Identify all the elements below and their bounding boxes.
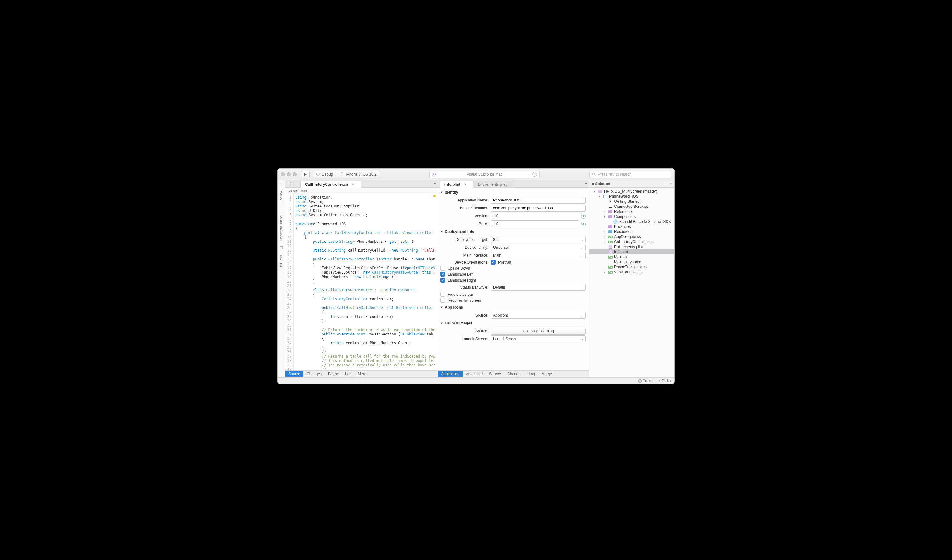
rail-tab-toolbox[interactable]: Toolbox <box>280 189 283 204</box>
plist-pane: Info.plist × Entitlements.plist ▾ ▼Ident… <box>438 180 589 378</box>
editor-tabs: 〈 〉 CallHistoryController.cs × ▾ <box>285 180 437 188</box>
section-deployment[interactable]: ▼Deployment Info <box>440 228 586 235</box>
tree-main-cs[interactable]: Main.cs <box>589 255 674 259</box>
tree-main-storyboard[interactable]: Main.storyboard <box>589 259 674 265</box>
solution-tree: ▾Hello.iOS_MultiScreen (master) ▾Phonewo… <box>589 188 674 378</box>
tree-connected-services[interactable]: ☁︎Connected Services <box>589 204 674 209</box>
tree-references[interactable]: ▸References <box>589 209 674 214</box>
solution-pane: ■ Solution ▢× ▾Hello.iOS_MultiScreen (ma… <box>589 180 674 378</box>
scheme-selector[interactable]: Debug 〉 iPhone 7 iOS 10.2 <box>313 171 380 178</box>
footer-tab-application[interactable]: Application <box>438 371 463 378</box>
label-dep-target: Deployment Target: <box>440 238 491 242</box>
footer-tab-blame[interactable]: Blame <box>325 371 342 378</box>
select-launch-screen[interactable]: LaunchScreen⌄ <box>491 335 586 342</box>
button-use-asset-catalog[interactable]: Use Asset Catalog <box>491 328 586 335</box>
tree-appdelegate[interactable]: ▸AppDelegate.cs <box>589 234 674 239</box>
status-tasks[interactable]: Tasks <box>658 379 671 383</box>
info-icon[interactable]: i <box>532 172 537 177</box>
info-icon[interactable]: i <box>581 214 586 219</box>
project-node[interactable]: ▾Phoneword_iOS <box>589 194 674 199</box>
tree-scandit[interactable]: Scandit Barcode Scanner SDK <box>589 219 674 224</box>
label-orientations: Device Orientations: <box>440 260 491 265</box>
select-main-interface[interactable]: Main⌄ <box>491 252 586 259</box>
nav-forward[interactable]: 〉 <box>292 181 297 187</box>
footer-tab-merge[interactable]: Merge <box>355 371 372 378</box>
window-minimize[interactable] <box>287 173 291 176</box>
footer-tab-changes[interactable]: Changes <box>303 371 325 378</box>
select-dep-target[interactable]: 8.1⌄ <box>491 236 586 243</box>
pad-close-icon[interactable]: × <box>670 182 672 186</box>
plist-footer-tabs: Application Advanced Source Changes Log … <box>438 370 589 378</box>
footer-tab-changes[interactable]: Changes <box>504 371 525 378</box>
device-icon <box>340 173 344 176</box>
checkbox-hide-status[interactable] <box>440 292 445 297</box>
footer-tab-merge[interactable]: Merge <box>538 371 555 378</box>
tree-resources[interactable]: ▸Resources <box>589 229 674 234</box>
info-icon[interactable]: i <box>581 222 586 227</box>
section-app-icons[interactable]: ▼App Icons <box>440 304 586 311</box>
select-status-bar-style[interactable]: Default⌄ <box>491 284 586 291</box>
plist-tabs: Info.plist × Entitlements.plist ▾ <box>438 180 589 188</box>
tree-callhistory[interactable]: ▸CallHistoryController.cs <box>589 239 674 244</box>
checkbox-landscape-left[interactable] <box>440 272 445 276</box>
run-button[interactable] <box>301 171 310 178</box>
code-editor-pane: 〈 〉 CallHistoryController.cs × ▾ No sele… <box>285 180 438 378</box>
checkbox-upside-down[interactable] <box>440 266 445 270</box>
tree-info-plist[interactable]: Info.plist <box>589 250 674 255</box>
tree-components[interactable]: ▾Components <box>589 214 674 219</box>
tree-entitlements[interactable]: Entitlements.plist <box>589 244 674 250</box>
checkbox-full-screen[interactable] <box>440 298 445 303</box>
label-status-bar-style: Status Bar Style: <box>440 285 491 290</box>
rail-tab-outline[interactable]: Document Outline <box>280 213 283 242</box>
label-device-family: Device family: <box>440 245 491 250</box>
footer-tab-advanced[interactable]: Advanced <box>463 371 486 378</box>
editor-footer-tabs: Source Changes Blame Log Merge <box>285 370 437 378</box>
tree-packages[interactable]: Packages <box>589 224 674 229</box>
close-icon[interactable]: × <box>352 182 354 187</box>
tab-overflow[interactable]: ▾ <box>586 182 587 185</box>
search-placeholder: Press '⌘.' to search <box>598 172 632 177</box>
input-version[interactable] <box>491 213 579 219</box>
input-bundle-id[interactable] <box>491 205 586 211</box>
code-area[interactable]: 1234567891011121314151617181920212223242… <box>285 194 437 370</box>
solution-root[interactable]: ▾Hello.iOS_MultiScreen (master) <box>589 189 674 194</box>
tree-phonetranslator[interactable]: PhoneTranslator.cs <box>589 265 674 270</box>
footer-tab-log[interactable]: Log <box>342 371 355 378</box>
label-app-name: Application Name: <box>440 198 491 202</box>
solution-pad-title: Solution <box>595 182 610 186</box>
rail-tab-tests[interactable]: Unit Tests <box>280 253 283 270</box>
section-identity[interactable]: ▼Identity <box>440 189 586 196</box>
pad-detach-icon[interactable]: ▢ <box>664 182 668 186</box>
left-rail: T Toolbox Document Outline Unit Tests <box>278 180 285 378</box>
plist-tab-info[interactable]: Info.plist × <box>440 180 473 188</box>
footer-tab-source[interactable]: Source <box>285 371 303 378</box>
svg-line-3 <box>595 175 595 176</box>
footer-tab-source[interactable]: Source <box>486 371 504 378</box>
input-app-name[interactable] <box>491 197 586 204</box>
footer-tab-log[interactable]: Log <box>525 371 538 378</box>
plist-tab-entitlements[interactable]: Entitlements.plist <box>473 180 514 188</box>
svg-rect-0 <box>317 173 319 175</box>
line-gutter: 1234567891011121314151617181920212223242… <box>285 194 294 370</box>
label-bundle-id: Bundle Identifier: <box>440 206 491 210</box>
tree-viewcontroller[interactable]: ▸ViewController.cs <box>589 270 674 275</box>
checkbox-portrait[interactable] <box>491 260 496 265</box>
text-tool-icon: T <box>280 182 283 186</box>
section-launch-images[interactable]: ▼Launch Images <box>440 320 586 327</box>
global-search[interactable]: Press '⌘.' to search <box>589 171 671 178</box>
editor-tab-callhistory[interactable]: CallHistoryController.cs × <box>300 180 362 188</box>
visualstudio-icon <box>432 172 437 177</box>
status-errors[interactable]: ✕Errors <box>638 379 652 383</box>
checkbox-landscape-right[interactable] <box>440 278 445 282</box>
select-device-family[interactable]: Universal⌄ <box>491 244 586 251</box>
input-build[interactable] <box>491 221 579 227</box>
nav-back[interactable]: 〈 <box>287 181 291 187</box>
close-icon[interactable]: × <box>464 182 466 187</box>
window-close[interactable] <box>281 173 284 176</box>
tab-overflow[interactable]: ▾ <box>434 182 436 185</box>
tree-getting-started[interactable]: ✦Getting Started <box>589 199 674 204</box>
editor-breadcrumb[interactable]: No selection <box>285 188 437 194</box>
svg-point-2 <box>592 173 595 175</box>
window-zoom[interactable] <box>293 173 297 176</box>
select-appicons-source[interactable]: AppIcons⌄ <box>491 312 586 319</box>
